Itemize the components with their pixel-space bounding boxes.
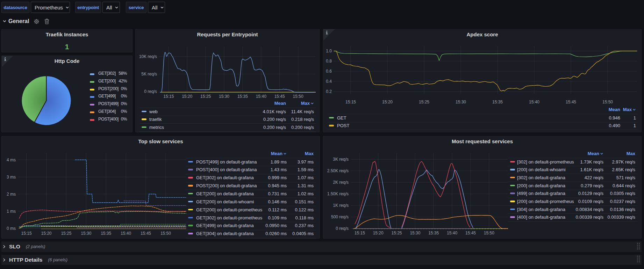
- svg-text:1 ms: 1 ms: [7, 209, 16, 214]
- svg-text:15:40: 15:40: [529, 100, 539, 104]
- svg-text:0.8: 0.8: [326, 59, 332, 64]
- svg-text:1.0: 1.0: [326, 49, 332, 53]
- svg-text:2 ms: 2 ms: [7, 192, 16, 197]
- svg-text:15:45: 15:45: [465, 231, 476, 235]
- svg-text:15:40: 15:40: [447, 231, 457, 235]
- svg-text:15:30: 15:30: [219, 94, 229, 99]
- svg-text:0 ms: 0 ms: [7, 226, 16, 231]
- svg-text:15:25: 15:25: [200, 94, 211, 99]
- svg-text:15:30: 15:30: [81, 231, 91, 236]
- svg-text:3K req/s: 3K req/s: [333, 157, 349, 162]
- svg-text:15:15: 15:15: [355, 231, 365, 235]
- svg-text:15:40: 15:40: [121, 231, 131, 236]
- svg-text:5K req/s: 5K req/s: [141, 72, 157, 77]
- svg-text:15:45: 15:45: [566, 100, 576, 104]
- svg-text:15:20: 15:20: [373, 231, 384, 235]
- svg-text:15:15: 15:15: [21, 231, 32, 236]
- svg-text:15:25: 15:25: [391, 231, 402, 235]
- svg-text:15:50: 15:50: [602, 100, 613, 104]
- svg-text:15:25: 15:25: [61, 231, 71, 236]
- svg-text:15:30: 15:30: [410, 231, 420, 235]
- svg-text:15:15: 15:15: [345, 100, 356, 104]
- svg-text:500 req/s: 500 req/s: [331, 215, 349, 219]
- svg-text:2K req/s: 2K req/s: [333, 180, 349, 185]
- svg-text:15:50: 15:50: [484, 231, 494, 235]
- svg-text:15:35: 15:35: [101, 231, 111, 236]
- svg-text:15:20: 15:20: [182, 94, 192, 99]
- svg-text:15:45: 15:45: [274, 94, 285, 99]
- svg-text:15:35: 15:35: [237, 94, 248, 99]
- svg-text:15:25: 15:25: [419, 100, 429, 104]
- svg-text:15:15: 15:15: [163, 94, 174, 99]
- svg-text:15:50: 15:50: [160, 231, 171, 236]
- svg-text:15:20: 15:20: [382, 100, 393, 104]
- svg-text:4 ms: 4 ms: [7, 158, 16, 162]
- svg-text:15:45: 15:45: [141, 231, 151, 236]
- svg-text:2.50K req/s: 2.50K req/s: [327, 168, 349, 173]
- svg-text:1.50K req/s: 1.50K req/s: [327, 191, 349, 196]
- svg-text:0.4: 0.4: [326, 79, 332, 84]
- svg-text:15:35: 15:35: [492, 100, 503, 104]
- svg-text:15:20: 15:20: [41, 231, 51, 236]
- svg-text:0 req/s: 0 req/s: [144, 89, 157, 94]
- svg-text:0.6: 0.6: [326, 69, 332, 74]
- svg-text:10K req/s: 10K req/s: [139, 54, 157, 59]
- svg-text:3 ms: 3 ms: [7, 175, 16, 180]
- svg-text:15:50: 15:50: [293, 94, 303, 99]
- svg-text:0 req/s: 0 req/s: [336, 226, 349, 231]
- svg-text:15:30: 15:30: [456, 100, 466, 104]
- svg-text:0.2: 0.2: [326, 89, 332, 94]
- svg-text:1K req/s: 1K req/s: [333, 203, 349, 208]
- svg-text:15:40: 15:40: [256, 94, 266, 99]
- svg-text:15:35: 15:35: [428, 231, 439, 235]
